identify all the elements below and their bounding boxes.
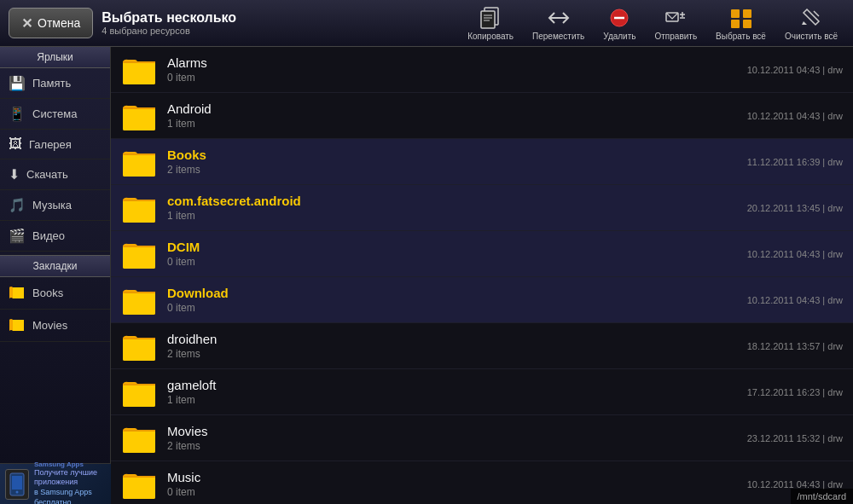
selectall-action[interactable]: Выбрать всё <box>707 3 775 44</box>
bookmarks-header: Закладки <box>0 255 110 277</box>
folder-count-music: 0 item <box>167 486 747 498</box>
folder-info-books: Books 2 items <box>167 148 747 176</box>
folder-row-android[interactable]: Android 1 item 10.12.2011 04:43 | drw <box>111 93 853 139</box>
cancel-label: Отмена <box>38 16 80 30</box>
folder-meta-movies: 23.12.2011 15:32 | drw <box>747 433 843 443</box>
ad-banner[interactable]: Samsung Apps Получите лучшие приложения … <box>0 463 111 504</box>
page-title: Выбрать несколько <box>102 10 459 26</box>
folder-count-gameloft: 1 item <box>167 394 747 406</box>
delete-icon <box>606 6 633 30</box>
folder-info-music: Music 0 item <box>167 470 747 498</box>
move-label: Переместить <box>532 32 584 41</box>
path-bar: /mnt/sdcard <box>791 489 853 504</box>
sidebar-item-download[interactable]: ⬇ Скачать <box>0 159 110 190</box>
clear-label: Очистить всё <box>785 32 838 41</box>
selectall-label: Выбрать всё <box>716 32 766 41</box>
send-icon <box>662 6 689 30</box>
folder-meta-alarms: 10.12.2011 04:43 | drw <box>747 65 843 75</box>
sidebar-item-label-system: Система <box>32 107 77 120</box>
folder-icon-movies <box>121 423 157 454</box>
copy-action[interactable]: Копировать <box>459 3 522 44</box>
move-action[interactable]: Переместить <box>524 3 593 44</box>
folder-row-music[interactable]: Music 0 item 10.12.2011 04:43 | drw <box>111 461 853 504</box>
selection-count: 4 выбрано ресурсов <box>102 26 459 36</box>
sidebar: Ярлыки 💾 Память 📱 Система 🖼 Галерея ⬇ Ск… <box>0 47 111 504</box>
music-icon: 🎵 <box>9 197 26 213</box>
sidebar-item-video[interactable]: 🎬 Видео <box>0 221 110 252</box>
toolbar-actions: Копировать Переместить Удалить <box>459 3 853 44</box>
sidebar-item-label-gallery: Галерея <box>29 138 72 151</box>
clear-action[interactable]: Очистить всё <box>776 3 846 44</box>
delete-action[interactable]: Удалить <box>595 3 644 44</box>
folder-icon-download <box>121 285 157 316</box>
folder-info-gameloft: gameloft 1 item <box>167 378 747 406</box>
folder-info-alarms: Alarms 0 item <box>167 55 747 84</box>
folder-info-droidhen: droidhen 2 items <box>167 332 747 360</box>
download-icon: ⬇ <box>9 166 20 182</box>
delete-label: Удалить <box>603 32 635 41</box>
folder-icon-android <box>121 101 157 131</box>
sidebar-item-music[interactable]: 🎵 Музыка <box>0 190 110 221</box>
title-area: Выбрать несколько 4 выбрано ресурсов <box>102 10 459 36</box>
folder-info-dcim: DCIM 0 item <box>167 240 747 268</box>
movies-folder-icon <box>9 316 26 334</box>
folder-meta-droidhen: 18.12.2011 13:57 | drw <box>747 341 843 351</box>
folder-meta-gameloft: 17.12.2011 16:23 | drw <box>747 387 843 397</box>
folder-count-dcim: 0 item <box>167 256 747 268</box>
file-list: Alarms 0 item 10.12.2011 04:43 | drw And… <box>111 47 853 504</box>
sidebar-bookmark-label-books: Books <box>32 287 63 299</box>
sidebar-item-gallery[interactable]: 🖼 Галерея <box>0 130 110 159</box>
svg-rect-14 <box>731 20 740 28</box>
sidebar-bookmark-books[interactable]: Books <box>0 277 110 310</box>
folder-meta-dcim: 10.12.2011 04:43 | drw <box>747 249 843 259</box>
folder-meta-fatsecret: 20.12.2011 13:45 | drw <box>747 203 843 213</box>
sidebar-item-label-video: Видео <box>32 229 65 242</box>
send-label: Отправить <box>655 32 698 41</box>
folder-row-download[interactable]: Download 0 item 10.12.2011 04:43 | drw <box>111 277 853 323</box>
svg-rect-15 <box>743 20 751 28</box>
folder-name-android: Android <box>167 101 747 116</box>
ad-text: Samsung Apps Получите лучшие приложения … <box>34 461 106 504</box>
memory-icon: 💾 <box>9 75 26 91</box>
sidebar-item-label-music: Музыка <box>32 199 72 211</box>
cancel-button[interactable]: ✕ Отмена <box>9 8 93 38</box>
folder-name-music: Music <box>167 470 747 484</box>
folder-count-movies: 2 items <box>167 440 747 452</box>
folder-row-dcim[interactable]: DCIM 0 item 10.12.2011 04:43 | drw <box>111 231 853 277</box>
folder-row-alarms[interactable]: Alarms 0 item 10.12.2011 04:43 | drw <box>111 47 853 93</box>
sidebar-bookmark-movies[interactable]: Movies <box>0 310 110 342</box>
folder-info-movies: Movies 2 items <box>167 424 747 452</box>
folder-icon-droidhen <box>121 331 157 362</box>
folder-info-android: Android 1 item <box>167 101 747 130</box>
svg-rect-18 <box>12 476 22 490</box>
folder-row-movies[interactable]: Movies 2 items 23.12.2011 15:32 | drw <box>111 415 853 461</box>
move-icon <box>545 6 572 30</box>
gallery-icon: 🖼 <box>9 136 22 152</box>
clear-icon <box>798 6 825 30</box>
folder-icon-dcim <box>121 239 157 269</box>
folder-row-fatsecret[interactable]: com.fatsecret.android 1 item 20.12.2011 … <box>111 185 853 231</box>
folder-name-alarms: Alarms <box>167 55 747 70</box>
copy-icon <box>477 6 504 30</box>
send-action[interactable]: Отправить <box>647 3 706 44</box>
folder-icon-alarms <box>121 55 157 85</box>
selectall-icon <box>728 6 755 30</box>
folder-meta-books: 11.12.2011 16:39 | drw <box>747 157 843 167</box>
folder-row-books[interactable]: Books 2 items 11.12.2011 16:39 | drw <box>111 139 853 185</box>
toolbar: ✕ Отмена Выбрать несколько 4 выбрано рес… <box>0 0 853 47</box>
sidebar-item-memory[interactable]: 💾 Память <box>0 68 110 99</box>
ad-description: Получите лучшие приложения в Samsung App… <box>34 468 106 504</box>
folder-info-fatsecret: com.fatsecret.android 1 item <box>167 194 747 222</box>
folder-name-fatsecret: com.fatsecret.android <box>167 194 747 208</box>
sidebar-bookmark-label-movies: Movies <box>32 319 67 332</box>
folder-name-download: Download <box>167 286 747 300</box>
folder-row-droidhen[interactable]: droidhen 2 items 18.12.2011 13:57 | drw <box>111 323 853 369</box>
copy-label: Копировать <box>467 32 514 41</box>
folder-name-droidhen: droidhen <box>167 332 747 346</box>
sidebar-item-system[interactable]: 📱 Система <box>0 99 110 130</box>
folder-count-fatsecret: 1 item <box>167 210 747 222</box>
folder-name-dcim: DCIM <box>167 240 747 254</box>
folder-count-alarms: 0 item <box>167 72 747 84</box>
main-layout: Ярлыки 💾 Память 📱 Система 🖼 Галерея ⬇ Ск… <box>0 47 853 504</box>
folder-row-gameloft[interactable]: gameloft 1 item 17.12.2011 16:23 | drw <box>111 369 853 415</box>
